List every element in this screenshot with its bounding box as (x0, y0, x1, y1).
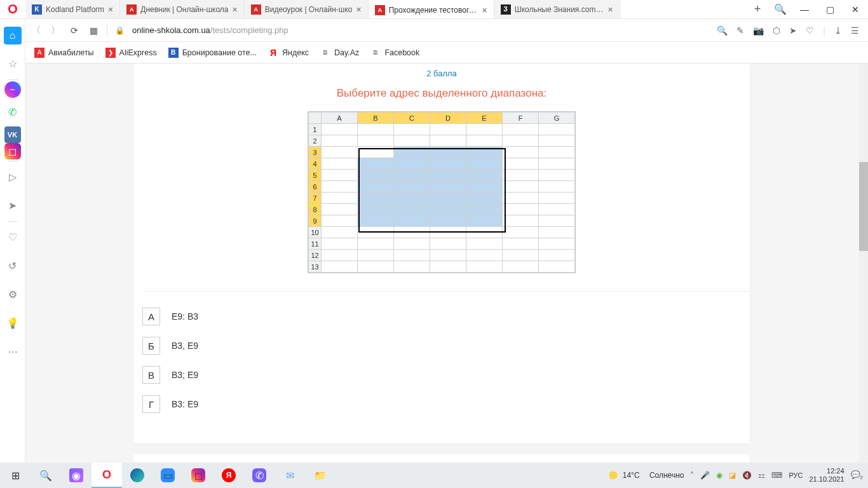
addr-flow-icon[interactable]: ➤ (789, 25, 797, 36)
bookmark-icon: 🗎 (320, 48, 330, 58)
browser-tab[interactable]: AВидеоурок | Онлайн-шко× (245, 0, 369, 18)
answer-option[interactable]: ВB3; E9 (142, 366, 750, 384)
bookmark-item[interactable]: ❯AliExpress (105, 48, 157, 58)
search-tabs-icon[interactable]: 🔍 (769, 0, 792, 18)
sidebar-messenger-icon[interactable]: ~ (4, 81, 21, 98)
answer-option[interactable]: АE9: B3 (142, 308, 750, 325)
tab-favicon: A (126, 4, 137, 15)
bookmark-label: Яндекс (282, 48, 309, 57)
tray-chevron-icon[interactable]: ˄ (690, 471, 694, 480)
maximize-button[interactable]: ▢ (817, 0, 843, 18)
opera-logo[interactable]: O (0, 0, 25, 18)
tab-title: Видеоурок | Онлайн-шко (265, 5, 353, 14)
answer-option[interactable]: БB3, E9 (142, 337, 750, 355)
taskbar-explorer-icon[interactable]: 📁 (305, 463, 336, 488)
tab-title: Дневник | Онлайн-школа (140, 5, 228, 14)
answer-letter: Б (142, 337, 160, 355)
taskbar-search-icon[interactable]: 🔍 (31, 463, 61, 488)
browser-tab[interactable]: KKodland Platform× (25, 0, 120, 18)
spreadsheet-image: ABCDEFG12345678910111213 (308, 111, 576, 273)
start-button[interactable]: ⊞ (0, 463, 31, 488)
tab-close-icon[interactable]: × (108, 4, 113, 15)
bookmark-item[interactable]: 🗎Day.Az (320, 48, 359, 58)
addr-translate-icon[interactable]: ✎ (736, 25, 744, 36)
nav-forward-icon: 〉 (50, 25, 61, 36)
answer-letter: А (142, 308, 160, 325)
address-bar[interactable]: online-shkola.com.ua/tests/completing.ph… (132, 25, 709, 35)
taskbar-zoom-icon[interactable]: ▭ (153, 463, 183, 488)
answer-text: E9: B3 (172, 311, 198, 322)
sidebar-home-icon[interactable]: ⌂ (4, 27, 22, 44)
sidebar-vk-icon[interactable]: VK (4, 126, 21, 143)
tray-wifi-icon[interactable]: ⚏ (758, 471, 765, 480)
taskbar-opera-icon[interactable]: O (92, 463, 122, 488)
answer-letter: В (142, 366, 160, 384)
tab-title: Прохождение тестового д (389, 6, 478, 15)
sidebar-settings-icon[interactable]: ⚙ (0, 280, 25, 309)
tray-notifications-icon[interactable]: 💬2 (851, 470, 863, 480)
tray-battery-icon[interactable]: ◪ (729, 471, 736, 480)
lock-icon[interactable]: 🔒 (115, 26, 125, 35)
addr-download-icon[interactable]: ⤓ (834, 25, 842, 36)
page-scrollbar[interactable] (859, 64, 868, 463)
taskbar-alice-icon[interactable]: ◉ (61, 463, 92, 488)
bookmark-label: Day.Az (334, 48, 359, 57)
tab-title: Kodland Platform (46, 5, 104, 14)
taskbar-instagram-icon[interactable]: ◻ (183, 463, 214, 488)
tab-title: Школьные Знания.com - Р (515, 5, 604, 14)
tab-close-icon[interactable]: × (356, 4, 362, 15)
taskbar-edge-icon[interactable] (122, 463, 153, 488)
sidebar-star-icon[interactable]: ☆ (0, 50, 25, 78)
nav-back-icon[interactable]: 〈 (31, 25, 42, 36)
sun-icon (607, 470, 619, 481)
reload-icon[interactable]: ⟳ (69, 25, 80, 36)
answer-text: B3, E9 (172, 341, 198, 351)
tray-location-icon[interactable]: ◉ (716, 471, 722, 480)
answer-text: B3; E9 (172, 370, 198, 380)
tab-close-icon[interactable]: × (482, 5, 487, 15)
sidebar-bulb-icon[interactable]: 💡 (0, 309, 25, 337)
addr-heart-icon[interactable]: ♡ (806, 25, 814, 36)
weather-widget[interactable]: 14°C Солнечно (607, 470, 684, 481)
tray-volume-icon[interactable]: 🔇 (742, 471, 752, 480)
answer-letter: Г (142, 395, 160, 413)
sidebar-instagram-icon[interactable]: ◻ (4, 143, 21, 159)
tab-favicon: A (251, 4, 261, 15)
answer-text: B3: E9 (172, 399, 198, 409)
taskbar-viber-icon[interactable]: ✆ (244, 463, 275, 488)
new-tab-button[interactable]: + (746, 0, 769, 18)
sidebar-heart-icon[interactable]: ♡ (0, 223, 25, 252)
sidebar-more-icon[interactable]: ⋯ (0, 337, 25, 366)
sidebar-player-icon[interactable]: ▷ (0, 163, 25, 191)
speed-dial-icon[interactable]: ▦ (88, 25, 99, 36)
sidebar-history-icon[interactable]: ↺ (0, 252, 25, 280)
question-text: Выберите адрес выделенного диапазона: (133, 78, 750, 111)
addr-search-icon[interactable]: 🔍 (717, 25, 728, 36)
tray-language[interactable]: РУС (789, 471, 803, 479)
taskbar-mail-icon[interactable]: ✉ (275, 463, 305, 488)
close-window-button[interactable]: ✕ (843, 0, 868, 18)
taskbar-yandex-icon[interactable]: Я (214, 463, 244, 488)
sidebar-whatsapp-icon[interactable]: ✆ (0, 98, 25, 126)
answer-option[interactable]: ГB3: E9 (142, 395, 750, 413)
bookmark-item[interactable]: BБронирование оте... (168, 48, 257, 58)
bookmark-item[interactable]: 🗎Facebook (370, 48, 419, 58)
bookmark-item[interactable]: ЯЯндекс (268, 48, 309, 58)
sidebar-send-icon[interactable]: ➤ (0, 191, 25, 220)
tray-mic-icon[interactable]: 🎤 (700, 471, 710, 480)
browser-tab[interactable]: AПрохождение тестового д× (369, 0, 494, 18)
tab-close-icon[interactable]: × (608, 4, 613, 15)
addr-screenshot-icon[interactable]: 📷 (753, 25, 764, 36)
minimize-button[interactable]: — (792, 0, 817, 18)
addr-adblock-icon[interactable]: ⬡ (773, 25, 780, 36)
tray-keyboard-icon[interactable]: ⌨ (771, 471, 782, 480)
addr-menu-icon[interactable]: ☰ (851, 25, 859, 36)
tab-close-icon[interactable]: × (232, 4, 237, 15)
browser-tab[interactable]: AДневник | Онлайн-школа× (120, 0, 244, 18)
bookmark-icon: ❯ (105, 48, 116, 58)
bookmark-icon: 🗎 (370, 48, 381, 58)
tab-favicon: K (32, 4, 42, 15)
bookmark-item[interactable]: AАвиабилеты (34, 48, 94, 58)
browser-tab[interactable]: ЗШкольные Знания.com - Р× (494, 0, 620, 18)
tray-clock[interactable]: 12:24 21.10.2021 (809, 467, 844, 484)
